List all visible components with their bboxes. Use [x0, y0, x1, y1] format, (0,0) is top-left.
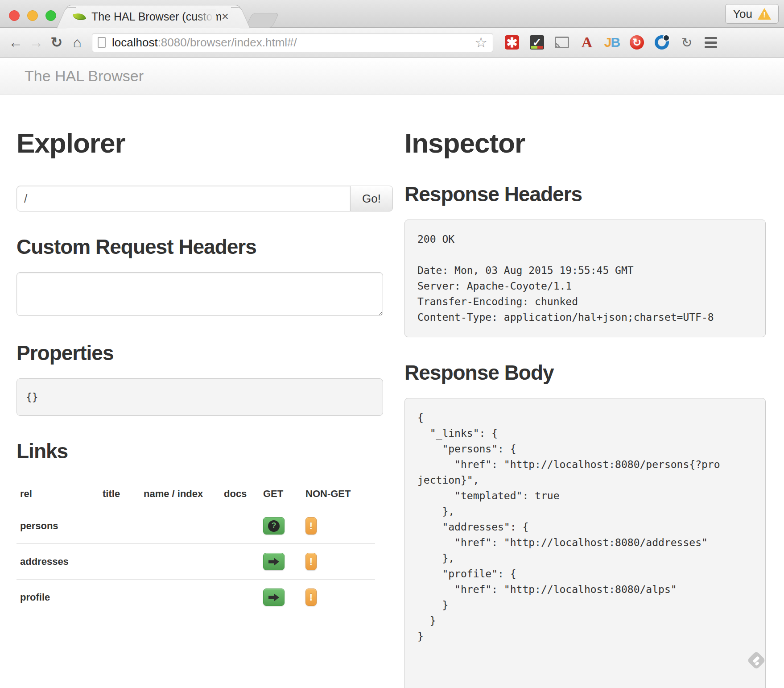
sync-extension-icon[interactable]: ↻ — [630, 35, 644, 50]
rel-label: persons — [17, 508, 99, 544]
response-body-box: { "_links": { "persons": { "href": "http… — [404, 398, 766, 688]
non-get-button[interactable]: ! — [305, 553, 317, 570]
tab-title-fade — [196, 9, 216, 26]
response-body-heading: Response Body — [404, 361, 766, 385]
non-get-button[interactable]: ! — [305, 589, 317, 606]
column-header-get: GET — [260, 483, 302, 508]
jb-extension-icon[interactable]: JB — [605, 35, 619, 50]
links-table: rel title name / index docs GET NON-GET … — [17, 483, 375, 615]
response-headers-heading: Response Headers — [404, 182, 766, 206]
site-title: The HAL Browser — [25, 67, 144, 85]
tab-close-icon[interactable]: × — [222, 11, 229, 23]
explorer-address-input[interactable] — [17, 186, 351, 211]
zoom-window-button[interactable] — [45, 10, 56, 21]
page-icon[interactable] — [98, 37, 106, 48]
browser-toolbar: ← → ↻ ⌂ localhost:8080/browser/index.htm… — [0, 28, 784, 58]
new-tab-button[interactable] — [245, 13, 279, 28]
minimize-window-button[interactable] — [27, 10, 38, 21]
inspector-panel: Inspector Response Headers 200 OK Date: … — [404, 95, 766, 688]
url-text[interactable]: localhost:8080/browser/index.html#/ — [112, 36, 475, 50]
arrow-right-icon — [268, 558, 279, 566]
question-sign-icon: ? — [268, 520, 280, 532]
home-button[interactable]: ⌂ — [67, 34, 87, 51]
inspector-heading: Inspector — [404, 127, 766, 159]
properties-heading: Properties — [17, 341, 378, 365]
site-header: The HAL Browser — [0, 58, 784, 95]
profile-you-label: You — [733, 7, 752, 21]
arrow-right-icon — [268, 593, 279, 601]
table-row-persons: persons ? ! — [17, 508, 375, 544]
window-controls — [9, 10, 56, 21]
address-input-group: Go! — [17, 186, 393, 211]
column-header-title: title — [99, 483, 140, 508]
history-clock-extension-icon[interactable]: ↻ — [680, 35, 694, 50]
warning-icon — [758, 8, 771, 20]
spring-leaf-favicon — [73, 10, 86, 24]
lastpass-extension-icon[interactable]: ✱ — [505, 35, 519, 50]
custom-request-headers-textarea[interactable] — [17, 272, 383, 316]
explorer-heading: Explorer — [17, 127, 378, 159]
explorer-panel: Explorer Go! Custom Request Headers Prop… — [17, 95, 378, 688]
custom-request-headers-heading: Custom Request Headers — [17, 235, 378, 259]
table-row-profile: profile ! — [17, 580, 375, 615]
chromecast-extension-icon[interactable] — [555, 37, 569, 48]
letter-a-extension-icon[interactable]: A — [580, 35, 594, 50]
column-header-name-index: name / index — [140, 483, 220, 508]
get-button[interactable]: ? — [263, 517, 285, 535]
browser-tab-strip: The HAL Browser (customiz × You — [0, 0, 784, 28]
go-button[interactable]: Go! — [350, 186, 393, 211]
close-window-button[interactable] — [9, 10, 20, 21]
blue-circle-extension-icon[interactable] — [655, 35, 669, 50]
checkmark-extension-icon[interactable]: ✓ — [530, 35, 544, 50]
url-path: :8080/browser/index.html#/ — [158, 36, 297, 49]
forward-button[interactable]: → — [26, 34, 46, 51]
browser-tab[interactable]: The HAL Browser (customiz × — [66, 5, 241, 28]
extension-icons: ✱ ✓ A JB ↻ ↻ — [505, 35, 694, 50]
response-headers-box: 200 OK Date: Mon, 03 Aug 2015 19:55:45 G… — [404, 220, 766, 337]
url-host: localhost — [112, 36, 158, 49]
reload-button[interactable]: ↻ — [46, 34, 67, 51]
feedly-mini-icon[interactable] — [745, 649, 767, 673]
page-content: Explorer Go! Custom Request Headers Prop… — [0, 95, 784, 688]
address-bar[interactable]: localhost:8080/browser/index.html#/ ☆ — [92, 33, 493, 52]
rel-label: addresses — [17, 544, 99, 580]
menu-hamburger-icon[interactable] — [705, 37, 717, 48]
column-header-docs: docs — [220, 483, 260, 508]
links-heading: Links — [17, 439, 378, 463]
table-row-addresses: addresses ! — [17, 544, 375, 580]
get-button[interactable] — [263, 589, 285, 606]
profile-you-button[interactable]: You — [725, 4, 779, 24]
get-button[interactable] — [263, 553, 285, 570]
rel-label: profile — [17, 580, 99, 615]
column-header-rel: rel — [17, 483, 99, 508]
back-button[interactable]: ← — [5, 34, 26, 51]
bookmark-star-icon[interactable]: ☆ — [475, 35, 487, 50]
links-table-header-row: rel title name / index docs GET NON-GET — [17, 483, 375, 508]
non-get-button[interactable]: ! — [305, 517, 317, 535]
properties-value: {} — [17, 378, 383, 416]
column-header-non-get: NON-GET — [302, 483, 375, 508]
